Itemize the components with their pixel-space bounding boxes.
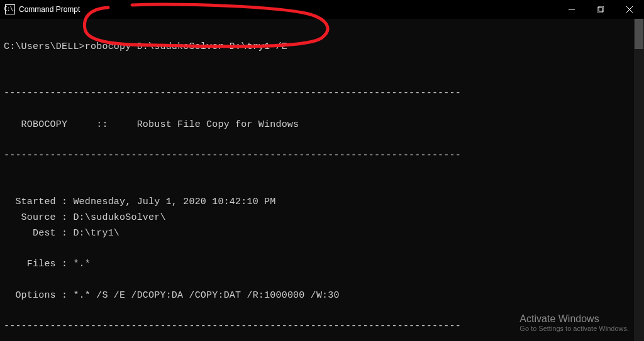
source-label: Source : [4, 212, 73, 223]
started-value: Wednesday, July 1, 2020 10:42:10 PM [73, 197, 275, 207]
source-value: D:\sudukoSolver\ [73, 212, 165, 223]
divider-line: ----------------------------------------… [4, 321, 461, 332]
options-label: Options : [4, 290, 73, 301]
minimize-button[interactable] [557, 0, 586, 19]
command-text: robocopy D:\sudukoSolver D:\try1 /E [85, 41, 287, 52]
window-title: Command Prompt [19, 5, 80, 14]
divider-line: ----------------------------------------… [4, 88, 461, 99]
scrollbar-thumb[interactable] [635, 19, 643, 49]
files-label: Files : [4, 259, 73, 269]
cmd-icon: C:\. [5, 4, 15, 14]
terminal-output[interactable]: C:\Users\DELL>robocopy D:\sudukoSolver D… [0, 19, 644, 341]
window-titlebar: C:\. Command Prompt [0, 0, 644, 19]
files-value: *.* [73, 259, 91, 269]
window-controls [557, 0, 644, 19]
scrollbar-track[interactable] [634, 19, 644, 341]
robocopy-banner: ROBOCOPY :: Robust File Copy for Windows [4, 119, 299, 130]
dest-value: D:\try1\ [73, 228, 119, 239]
divider-line: ----------------------------------------… [4, 150, 461, 161]
prompt-prefix: C:\Users\DELL> [4, 41, 85, 52]
svg-rect-2 [599, 6, 604, 11]
options-value: *.* /S /E /DCOPY:DA /COPY:DAT /R:1000000… [73, 290, 339, 301]
close-button[interactable] [615, 0, 644, 19]
maximize-button[interactable] [586, 0, 615, 19]
started-label: Started : [4, 197, 73, 207]
svg-rect-1 [597, 8, 602, 13]
dest-label: Dest : [4, 228, 73, 239]
